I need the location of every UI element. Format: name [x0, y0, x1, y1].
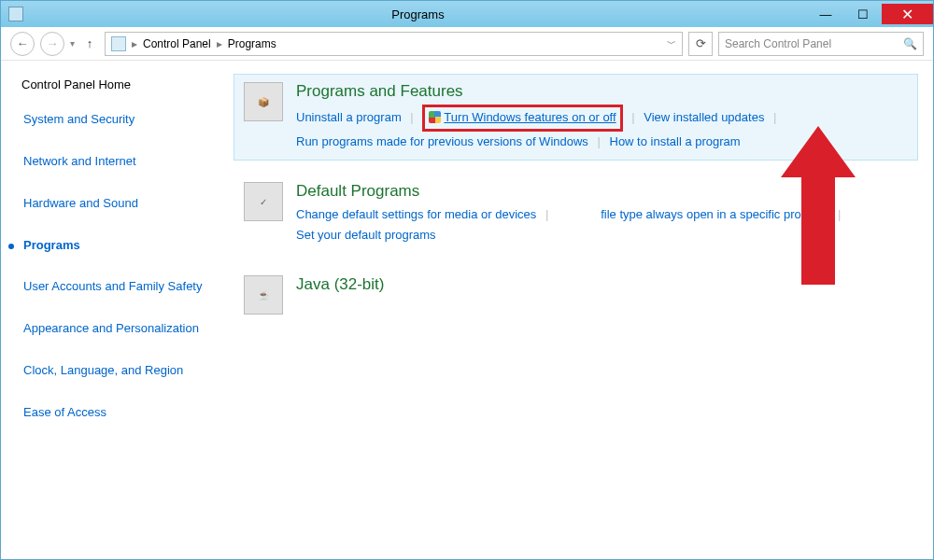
sidebar-item-ease-of-access[interactable]: Ease of Access — [21, 405, 219, 434]
sidebar-item-label: System and Security — [23, 112, 134, 128]
sidebar-item-clock-language[interactable]: Clock, Language, and Region — [21, 363, 219, 392]
sidebar-item-label: Ease of Access — [23, 405, 106, 421]
sidebar-item-label: Clock, Language, and Region — [23, 363, 183, 379]
sidebar-item-label: Programs — [23, 238, 80, 254]
search-input[interactable]: Search Control Panel 🔍 — [718, 32, 924, 56]
programs-features-icon: 📦 — [244, 82, 283, 121]
sidebar-item-programs[interactable]: Programs — [21, 238, 219, 267]
sidebar-item-label: Network and Internet — [23, 154, 136, 170]
annotation-highlight-box: Turn Windows features on or off — [422, 105, 622, 132]
search-placeholder: Search Control Panel — [725, 37, 831, 50]
up-button[interactable]: ↑ — [80, 35, 99, 53]
address-dropdown-icon[interactable]: ﹀ — [667, 37, 676, 50]
sidebar-item-system-security[interactable]: System and Security — [21, 112, 219, 141]
file-type-always-open-link[interactable]: file type always open in a specific prog… — [601, 207, 828, 221]
shield-icon — [429, 111, 441, 123]
control-panel-icon — [111, 36, 126, 51]
breadcrumb[interactable]: Control Panel — [143, 37, 211, 50]
maximize-button[interactable]: ☐ — [844, 4, 882, 24]
refresh-button[interactable]: ⟳ — [688, 32, 713, 56]
run-previous-versions-link[interactable]: Run programs made for previous versions … — [296, 134, 588, 148]
category-title[interactable]: Default Programs — [296, 182, 908, 201]
category-programs-and-features: 📦 Programs and Features Uninstall a prog… — [234, 74, 918, 161]
address-bar[interactable]: ▸ Control Panel ▸ Programs ﹀ — [105, 32, 683, 56]
sidebar-item-appearance[interactable]: Appearance and Personalization — [21, 321, 219, 350]
toolbar: ← → ▾ ↑ ▸ Control Panel ▸ Programs ﹀ ⟳ S… — [1, 27, 933, 61]
content: Control Panel Home System and Security N… — [1, 61, 933, 559]
forward-button[interactable]: → — [40, 32, 64, 56]
back-button[interactable]: ← — [10, 32, 35, 56]
category-default-programs: ✓ Default Programs Change default settin… — [234, 174, 918, 254]
category-title[interactable]: Programs and Features — [296, 82, 908, 101]
minimize-button[interactable]: — — [807, 4, 844, 24]
set-default-programs-link[interactable]: Set your default programs — [296, 228, 436, 242]
recent-dropdown-icon[interactable]: ▾ — [70, 38, 75, 49]
uninstall-program-link[interactable]: Uninstall a program — [296, 110, 402, 124]
sidebar-item-label: Appearance and Personalization — [23, 321, 199, 337]
chevron-right-icon: ▸ — [217, 37, 222, 50]
category-title[interactable]: Java (32-bit) — [296, 275, 908, 294]
turn-windows-features-link[interactable]: Turn Windows features on or off — [444, 110, 616, 124]
search-icon: 🔍 — [903, 37, 917, 50]
app-icon — [8, 7, 23, 21]
control-panel-home-link[interactable]: Control Panel Home — [21, 77, 219, 93]
sidebar-item-label: User Accounts and Family Safety — [23, 279, 202, 295]
window-title: Programs — [29, 7, 807, 21]
how-to-install-link[interactable]: How to install a program — [610, 134, 741, 148]
close-button[interactable]: ✕ — [882, 4, 933, 24]
titlebar: Programs — ☐ ✕ — [1, 1, 933, 27]
sidebar-item-hardware-sound[interactable]: Hardware and Sound — [21, 196, 219, 225]
chevron-right-icon: ▸ — [132, 37, 137, 50]
sidebar-item-network-internet[interactable]: Network and Internet — [21, 154, 219, 183]
default-programs-icon: ✓ — [244, 182, 283, 221]
change-default-settings-link[interactable]: Change default settings for media or dev… — [296, 207, 536, 221]
view-installed-updates-link[interactable]: View installed updates — [644, 110, 764, 124]
sidebar-item-user-accounts[interactable]: User Accounts and Family Safety — [21, 279, 219, 308]
java-icon: ☕ — [244, 275, 283, 315]
category-java: ☕ Java (32-bit) — [234, 267, 918, 323]
window: Programs — ☐ ✕ ← → ▾ ↑ ▸ Control Panel ▸… — [0, 0, 934, 560]
sidebar-item-label: Hardware and Sound — [23, 196, 138, 212]
main: 📦 Programs and Features Uninstall a prog… — [230, 61, 933, 559]
window-controls: — ☐ ✕ — [807, 4, 933, 24]
sidebar: Control Panel Home System and Security N… — [1, 61, 230, 559]
breadcrumb[interactable]: Programs — [228, 37, 276, 50]
